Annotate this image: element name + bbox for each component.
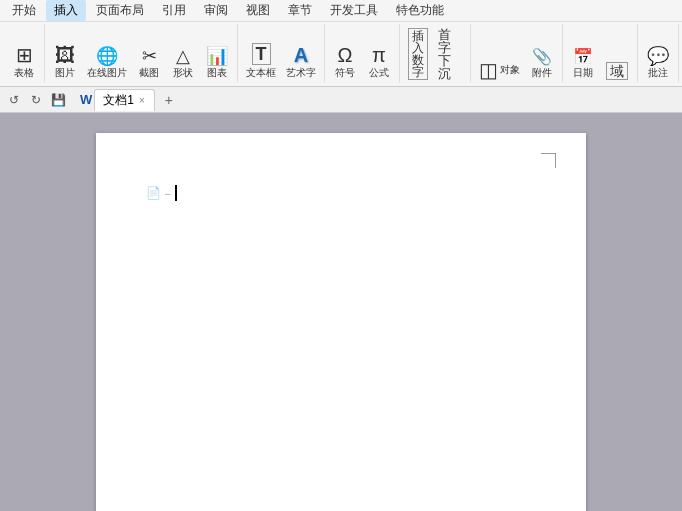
ribbon-btn-object[interactable]: ◫ 对象 [475, 58, 524, 82]
menu-bar: 开始 插入 页面布局 引用 审阅 视图 章节 开发工具 特色功能 [0, 0, 682, 22]
formula-icon: π [372, 45, 386, 65]
ribbon-btn-image[interactable]: 🖼 图片 [49, 43, 81, 82]
document-area: 📄 – [0, 113, 682, 511]
menu-item-chapter[interactable]: 章节 [280, 0, 320, 21]
tab-bar: W 文档1 × + [76, 89, 179, 111]
menu-item-devtools[interactable]: 开发工具 [322, 0, 386, 21]
ribbon-section-object: ◫ 对象 📎 附件 [471, 24, 563, 82]
ribbon-btn-artword[interactable]: A 艺术字 [282, 43, 320, 82]
formula-label: 公式 [369, 66, 389, 80]
ribbon-section-table: ⊞ 表格 [4, 24, 45, 82]
symbol-icon: Ω [338, 45, 353, 65]
doc-paste-icon: 📄 [146, 186, 161, 200]
note-label: 批注 [648, 66, 668, 80]
doc-tab-name: 文档1 [103, 92, 134, 109]
toolbar: ↺ ↻ 💾 W 文档1 × + [0, 87, 682, 113]
menu-item-view[interactable]: 视图 [238, 0, 278, 21]
ribbon-btn-firstletter[interactable]: 首字下沉 [434, 26, 466, 82]
note-icon: 💬 [647, 47, 669, 65]
document-page[interactable]: 📄 – [96, 133, 586, 511]
ribbon-section-image: 🖼 图片 🌐 在线图片 ✂ 截图 △ 形状 📊 图表 [45, 24, 238, 82]
doc-paste-arrow: – [165, 188, 171, 199]
doc-cursor-area: 📄 – [146, 185, 177, 201]
image-icon: 🖼 [55, 45, 75, 65]
menu-item-review[interactable]: 审阅 [196, 0, 236, 21]
ribbon-btn-formula[interactable]: π 公式 [363, 43, 395, 82]
ribbon: ⊞ 表格 🖼 图片 🌐 在线图片 ✂ 截图 [0, 22, 682, 87]
ribbon-btn-shape[interactable]: △ 形状 [167, 45, 199, 82]
table-icon: ⊞ [16, 45, 33, 65]
word-icon: W [80, 92, 92, 107]
menu-item-reference[interactable]: 引用 [154, 0, 194, 21]
ribbon-btn-note[interactable]: 💬 批注 [642, 45, 674, 82]
artword-icon: A [294, 45, 308, 65]
attachment-icon: 📎 [532, 49, 552, 65]
table-label: 表格 [14, 66, 34, 80]
textbox-icon: T [252, 43, 271, 65]
ribbon-btn-domain[interactable]: 域 [601, 60, 633, 82]
object-label: 对象 [500, 63, 520, 77]
ribbon-btn-symbol[interactable]: Ω 符号 [329, 43, 361, 82]
menu-item-start[interactable]: 开始 [4, 0, 44, 21]
ribbon-btn-table[interactable]: ⊞ 表格 [8, 43, 40, 82]
ribbon-section-note: 💬 批注 [638, 24, 679, 82]
menu-item-special[interactable]: 特色功能 [388, 0, 452, 21]
new-tab-button[interactable]: + [159, 90, 179, 110]
screenshot-icon: ✂ [142, 47, 157, 65]
date-icon: 📅 [573, 49, 593, 65]
chart-label: 图表 [207, 66, 227, 80]
shape-icon: △ [176, 47, 190, 65]
ribbon-btn-screenshot[interactable]: ✂ 截图 [133, 45, 165, 82]
symbol-label: 符号 [335, 66, 355, 80]
ribbon-section-insert-number: 插入数字 首字下沉 [400, 24, 471, 82]
text-cursor [175, 185, 177, 201]
online-image-label: 在线图片 [87, 66, 127, 80]
insert-number-icon: 插入数字 [408, 28, 428, 80]
attachment-label: 附件 [532, 66, 552, 80]
ribbon-btn-chart[interactable]: 📊 图表 [201, 45, 233, 82]
undo-button[interactable]: ↺ [4, 90, 24, 110]
artword-label: 艺术字 [286, 66, 316, 80]
chart-icon: 📊 [206, 47, 228, 65]
date-label: 日期 [573, 66, 593, 80]
textbox-label: 文本框 [246, 66, 276, 80]
image-label: 图片 [55, 66, 75, 80]
screenshot-label: 截图 [139, 66, 159, 80]
save-button[interactable]: 💾 [48, 90, 68, 110]
online-image-icon: 🌐 [96, 47, 118, 65]
doc-tab-close[interactable]: × [138, 95, 146, 106]
corner-mark-top-right [541, 153, 556, 168]
firstletter-icon: 首字下沉 [438, 28, 462, 80]
ribbon-btn-date[interactable]: 📅 日期 [567, 47, 599, 82]
menu-item-layout[interactable]: 页面布局 [88, 0, 152, 21]
shape-label: 形状 [173, 66, 193, 80]
redo-button[interactable]: ↻ [26, 90, 46, 110]
doc-tab[interactable]: 文档1 × [94, 89, 155, 111]
ribbon-btn-insert-number[interactable]: 插入数字 [404, 26, 432, 82]
ribbon-section-symbols: Ω 符号 π 公式 [325, 24, 400, 82]
ribbon-btn-textbox[interactable]: T 文本框 [242, 41, 280, 82]
ribbon-btn-online-image[interactable]: 🌐 在线图片 [83, 45, 131, 82]
ribbon-section-text: T 文本框 A 艺术字 [238, 24, 325, 82]
menu-item-insert[interactable]: 插入 [46, 0, 86, 21]
domain-icon: 域 [606, 62, 628, 80]
ribbon-section-date: 📅 日期 域 [563, 24, 638, 82]
ribbon-btn-attachment[interactable]: 📎 附件 [526, 47, 558, 82]
object-icon: ◫ [479, 60, 498, 80]
